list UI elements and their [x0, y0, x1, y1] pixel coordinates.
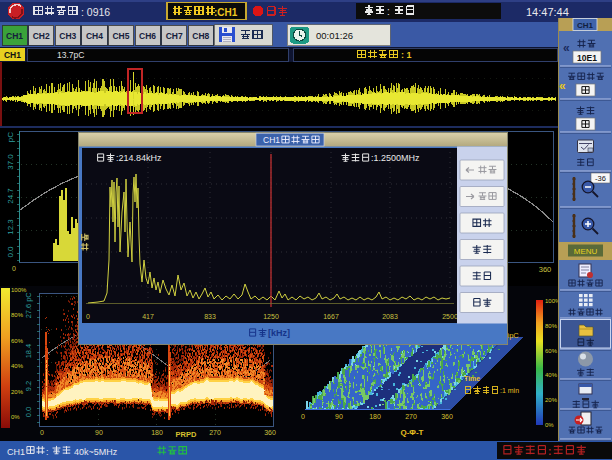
svg-text:20%: 20%	[11, 389, 24, 395]
svg-text:360: 360	[539, 265, 552, 274]
svg-text::1.2500MHz: :1.2500MHz	[371, 153, 420, 163]
svg-text:833: 833	[204, 313, 216, 320]
svg-text:270: 270	[209, 429, 221, 436]
svg-text:2083: 2083	[382, 313, 398, 320]
svg-text:00:01:26: 00:01:26	[316, 30, 353, 41]
svg-text:270: 270	[405, 413, 417, 420]
svg-text:60%: 60%	[11, 338, 24, 344]
svg-text:9.2: 9.2	[24, 381, 33, 391]
svg-text:0: 0	[40, 429, 44, 436]
svg-text:27.6: 27.6	[24, 304, 33, 319]
svg-text:360: 360	[264, 429, 276, 436]
svg-text:Q-Φ-T: Q-Φ-T	[400, 428, 423, 437]
svg-text:14:47:44: 14:47:44	[526, 6, 569, 18]
svg-text:360: 360	[441, 413, 453, 420]
svg-text:80%: 80%	[545, 323, 558, 329]
svg-text:20%: 20%	[545, 397, 558, 403]
svg-text:37.0: 37.0	[6, 154, 15, 170]
svg-text:CH1: CH1	[6, 31, 23, 41]
svg-text:100%: 100%	[11, 287, 27, 293]
svg-text:pC: pC	[24, 292, 33, 302]
svg-text:90: 90	[335, 413, 343, 420]
svg-text::: :	[548, 445, 552, 457]
svg-text:1667: 1667	[323, 313, 339, 320]
svg-text:417: 417	[142, 313, 154, 320]
svg-text:90: 90	[95, 429, 103, 436]
svg-text:80%: 80%	[11, 312, 24, 318]
svg-text::: :	[46, 447, 49, 457]
svg-text:PRPD: PRPD	[176, 430, 197, 439]
svg-text:MENU: MENU	[574, 247, 598, 256]
svg-text:1250: 1250	[263, 313, 279, 320]
svg-text:40%: 40%	[11, 363, 24, 369]
svg-text:24.7: 24.7	[6, 188, 15, 204]
svg-text:CH2: CH2	[33, 31, 50, 41]
svg-text:12.3: 12.3	[6, 219, 15, 235]
svg-text:CH3: CH3	[59, 31, 76, 41]
svg-text:0.0: 0.0	[6, 246, 15, 258]
svg-text::214.84kHz: :214.84kHz	[116, 153, 162, 163]
svg-text::: :	[387, 6, 390, 17]
svg-text:40k~5MHz: 40k~5MHz	[74, 447, 118, 457]
svg-text:«: «	[563, 41, 570, 55]
svg-text:0%: 0%	[11, 414, 20, 420]
svg-text:CH7: CH7	[166, 31, 183, 41]
svg-text:CH4: CH4	[86, 31, 103, 41]
svg-text:0: 0	[12, 265, 16, 272]
svg-text:CH1: CH1	[577, 21, 594, 30]
svg-text:180: 180	[369, 413, 381, 420]
svg-text:0.0: 0.0	[24, 407, 33, 417]
svg-text:10E1: 10E1	[577, 53, 597, 63]
svg-text:-36: -36	[595, 174, 606, 183]
svg-text:CH5: CH5	[112, 31, 129, 41]
svg-text::1 min: :1 min	[500, 387, 519, 394]
svg-text:: 0916: : 0916	[81, 6, 110, 18]
svg-text:60%: 60%	[545, 348, 558, 354]
svg-text:CH1: CH1	[4, 50, 21, 60]
svg-text:pC: pC	[6, 132, 15, 142]
svg-text:CH8: CH8	[192, 31, 209, 41]
svg-text:CH1: CH1	[263, 135, 280, 145]
svg-text:0: 0	[86, 313, 90, 320]
svg-text:13.7pC: 13.7pC	[57, 50, 84, 60]
svg-text:CH1: CH1	[7, 447, 25, 457]
svg-text:[kHz]: [kHz]	[268, 328, 290, 338]
svg-text:Time: Time	[464, 375, 480, 382]
svg-text:18.4: 18.4	[24, 344, 33, 359]
svg-text:0: 0	[301, 413, 305, 420]
svg-text:: 1: : 1	[401, 50, 412, 60]
svg-text:CH6: CH6	[139, 31, 156, 41]
svg-text:180: 180	[151, 429, 163, 436]
svg-text:2500: 2500	[442, 313, 458, 320]
svg-text::CH1: :CH1	[214, 7, 238, 18]
svg-text:40%: 40%	[545, 372, 558, 378]
svg-text:0%: 0%	[545, 422, 554, 428]
svg-text:«: «	[559, 79, 566, 93]
